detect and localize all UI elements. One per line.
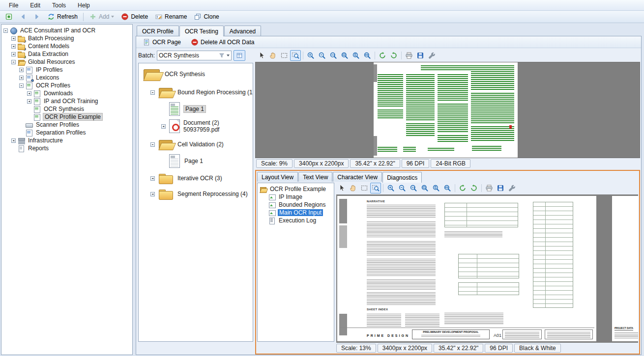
print-button[interactable]: [484, 183, 495, 193]
zoom-fit-button[interactable]: [339, 50, 350, 61]
batch-item-iterative-ocr[interactable]: Iterative OCR (3): [139, 170, 253, 186]
ocr-page-button[interactable]: OCR Page: [140, 37, 183, 47]
batch-item-segment-reprocessing[interactable]: Segment Reprocessing (4): [139, 186, 253, 202]
zoom-region-button[interactable]: [290, 50, 301, 61]
tab-ocr-profile[interactable]: OCR Profile: [137, 26, 179, 36]
viewer-settings-button[interactable]: [426, 50, 437, 61]
tree-item-ip-ocr-training[interactable]: IP and OCR Training: [1, 97, 132, 105]
zoom-fit-width-button[interactable]: [362, 50, 373, 61]
tree-item-infrastructure[interactable]: Infrastructure: [1, 137, 132, 144]
menu-tools[interactable]: Tools: [46, 1, 72, 10]
collapse-toggle[interactable]: [19, 83, 24, 88]
expand-toggle[interactable]: [150, 192, 155, 196]
menu-edit[interactable]: Edit: [24, 1, 46, 10]
diag-item-ip-image[interactable]: IP Image: [258, 193, 334, 201]
batch-item-bound-region[interactable]: Bound Region Processing (1): [139, 84, 253, 101]
viewer-settings-button[interactable]: [506, 183, 517, 193]
marquee-select-button[interactable]: [279, 50, 290, 61]
refresh-button[interactable]: Refresh: [44, 11, 81, 22]
back-button[interactable]: [17, 12, 29, 22]
select-tool-button[interactable]: [336, 183, 347, 193]
tree-item-separation-profiles[interactable]: Separation Profiles: [1, 129, 132, 137]
tree-item-scanner-profiles[interactable]: Scanner Profiles: [1, 121, 132, 129]
tree-item-ocr-profile-example[interactable]: OCR Profile Example: [1, 113, 132, 121]
collapse-toggle[interactable]: [150, 142, 155, 147]
collapse-toggle[interactable]: [150, 90, 155, 95]
save-button[interactable]: [495, 183, 506, 193]
print-button[interactable]: [404, 50, 414, 61]
tree-item-downloads[interactable]: Downloads: [1, 89, 132, 97]
diag-item-root[interactable]: OCR Profile Example: [258, 185, 334, 193]
zoom-fit-button[interactable]: [419, 183, 430, 193]
forward-button[interactable]: [30, 12, 43, 22]
tab-character-view[interactable]: Character View: [333, 172, 382, 182]
delete-button[interactable]: Delete: [118, 11, 151, 22]
collapse-toggle[interactable]: [11, 60, 16, 64]
tree-item-content-models[interactable]: Content Models: [1, 42, 132, 50]
tree-item-global-resources[interactable]: Global Resources: [1, 58, 132, 66]
tree-item-ocr-synthesis[interactable]: OCR Synthesis: [1, 105, 132, 113]
zoom-out-button[interactable]: [317, 50, 327, 61]
expand-toggle[interactable]: [11, 36, 16, 41]
zoom-region-button[interactable]: [370, 183, 381, 193]
tab-text-view[interactable]: Text View: [298, 172, 332, 182]
marquee-select-button[interactable]: [359, 183, 370, 193]
expand-toggle[interactable]: [11, 52, 16, 56]
select-tool-button[interactable]: [256, 50, 267, 61]
tree-item-ip-profiles[interactable]: IP Profiles: [1, 66, 132, 74]
expand-toggle[interactable]: [19, 68, 24, 72]
zoom-actual-button[interactable]: [408, 183, 419, 193]
node-view-button[interactable]: [2, 11, 16, 22]
menu-help[interactable]: Help: [72, 1, 96, 10]
diag-item-execution-log[interactable]: Execution Log: [258, 217, 334, 224]
tree-item-root[interactable]: ACE Consultant IP and OCR: [1, 27, 132, 34]
top-viewer-canvas[interactable]: [255, 62, 640, 158]
expand-toggle[interactable]: [150, 176, 155, 181]
zoom-fit-height-button[interactable]: [431, 183, 441, 193]
tab-ocr-testing[interactable]: OCR Testing: [179, 26, 224, 36]
tree-item-lexicons[interactable]: Lexicons: [1, 74, 132, 82]
rotate-left-button[interactable]: [457, 183, 468, 193]
pan-tool-button[interactable]: [267, 50, 278, 61]
add-button[interactable]: Add: [86, 11, 117, 22]
rotate-right-button[interactable]: [468, 183, 479, 193]
expand-toggle[interactable]: [27, 99, 31, 104]
batch-dropdown[interactable]: OCR Synthesis: [157, 51, 232, 60]
collapse-toggle[interactable]: [3, 28, 8, 33]
bottom-viewer-canvas[interactable]: NARRATIVE: [336, 194, 638, 343]
pan-tool-button[interactable]: [348, 183, 358, 193]
zoom-in-button[interactable]: [385, 183, 396, 193]
batch-item-document[interactable]: Document (2)50937959.pdf: [139, 117, 253, 135]
tree-item-batch-processing[interactable]: Batch Processing: [1, 34, 132, 42]
batch-view-toggle-button[interactable]: [234, 50, 245, 61]
expand-toggle[interactable]: [11, 138, 16, 143]
zoom-in-button[interactable]: [305, 50, 316, 61]
zoom-fit-width-button[interactable]: [442, 183, 453, 193]
zoom-fit-height-button[interactable]: [351, 50, 361, 61]
menu-file[interactable]: File: [3, 1, 24, 10]
rename-button[interactable]: Rename: [152, 11, 190, 22]
tree-item-data-extraction[interactable]: Data Extraction: [1, 50, 132, 58]
tab-diagnostics[interactable]: Diagnostics: [382, 172, 422, 183]
batch-item-page1b[interactable]: Page 1: [139, 153, 253, 169]
delete-all-ocr-data-button[interactable]: Delete All OCR Data: [188, 37, 257, 47]
clone-button[interactable]: Clone: [191, 11, 222, 22]
expand-toggle[interactable]: [161, 124, 166, 129]
zoom-actual-button[interactable]: [328, 50, 339, 61]
expand-toggle[interactable]: [19, 76, 24, 80]
batch-item-page1[interactable]: Page 1: [139, 101, 253, 117]
rotate-right-button[interactable]: [388, 50, 399, 61]
expand-toggle[interactable]: [27, 91, 31, 96]
zoom-out-button[interactable]: [397, 183, 408, 193]
save-button[interactable]: [415, 50, 426, 61]
rotate-left-button[interactable]: [377, 50, 388, 61]
tab-layout-view[interactable]: Layout View: [257, 172, 298, 182]
diag-item-main-ocr-input[interactable]: Main OCR Input: [258, 209, 334, 217]
batch-item-cell-validation[interactable]: Cell Validation (2): [139, 136, 253, 153]
diag-item-bounded-regions[interactable]: Bounded Regions: [258, 201, 334, 209]
expand-toggle[interactable]: [11, 44, 16, 49]
batch-root-item[interactable]: OCR Synthesis: [139, 66, 253, 82]
tree-item-reports[interactable]: Reports: [1, 144, 132, 152]
tree-item-ocr-profiles[interactable]: OCR Profiles: [1, 82, 132, 89]
tab-advanced[interactable]: Advanced: [224, 26, 261, 36]
